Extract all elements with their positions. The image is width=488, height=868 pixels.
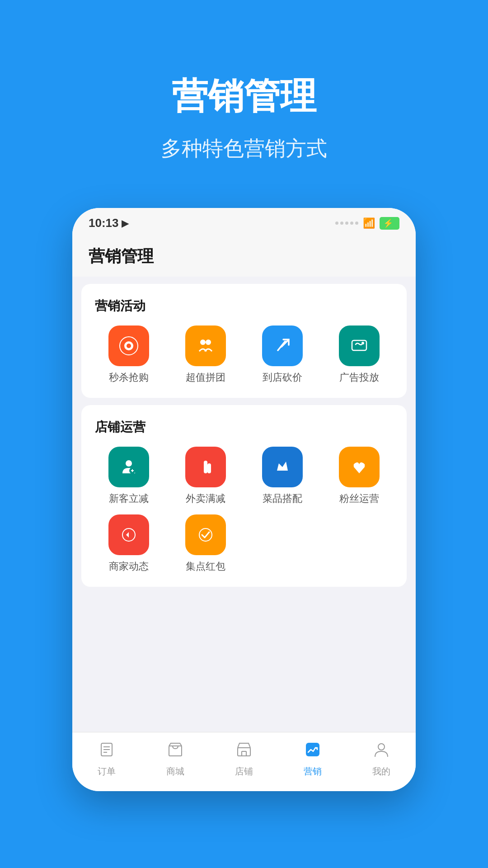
mall-icon	[167, 741, 183, 762]
phone-mockup: 10:13 ▶ 📶 ⚡ 营销管理 营销活动	[72, 208, 416, 791]
fan-operations-label: 粉丝运营	[339, 492, 379, 505]
merchant-dynamics-label: 商家动态	[109, 560, 149, 573]
dish-combo-label: 菜品搭配	[263, 492, 302, 505]
flash-sale-icon	[108, 326, 149, 366]
svg-point-3	[200, 340, 206, 345]
page-title: 营销管理	[89, 245, 399, 268]
status-time: 10:13 ▶	[89, 216, 128, 230]
new-customer-discount-item[interactable]: 新客立减	[95, 447, 163, 505]
in-store-price-item[interactable]: 到店砍价	[249, 326, 316, 384]
empty-slot-1	[249, 514, 316, 573]
stamp-red-packet-icon	[185, 514, 226, 555]
nav-marketing[interactable]: 营销	[278, 741, 347, 778]
dish-combo-icon	[262, 447, 303, 487]
group-buy-icon	[185, 326, 226, 366]
delivery-discount-icon	[185, 447, 226, 487]
merchant-dynamics-item[interactable]: 商家动态	[95, 514, 163, 573]
svg-point-23	[378, 744, 385, 750]
svg-point-6	[361, 342, 364, 344]
wifi-icon: 📶	[363, 217, 375, 229]
delivery-discount-label: 外卖满减	[186, 492, 225, 505]
svg-point-4	[206, 340, 211, 345]
mall-label: 商城	[166, 765, 184, 778]
delivery-discount-item[interactable]: 外卖满减	[172, 447, 239, 505]
svg-rect-5	[352, 340, 366, 350]
advertising-label: 广告投放	[339, 371, 379, 384]
svg-point-14	[199, 528, 212, 541]
nav-profile[interactable]: 我的	[347, 741, 416, 778]
in-store-price-label: 到店砍价	[263, 371, 302, 384]
flash-sale-label: 秒杀抢购	[109, 371, 149, 384]
store-operations-title: 店铺运营	[90, 419, 398, 436]
store-icon	[236, 741, 252, 762]
svg-point-7	[126, 460, 132, 467]
orders-label: 订单	[98, 765, 116, 778]
battery-icon: ⚡	[380, 217, 399, 230]
store-label: 店铺	[235, 765, 253, 778]
flash-sale-item[interactable]: 秒杀抢购	[95, 326, 163, 384]
new-customer-icon	[108, 447, 149, 487]
header-title: 营销管理	[18, 72, 470, 121]
location-arrow-icon: ▶	[122, 218, 128, 229]
store-ops-row1: 新客立减 外卖满减	[90, 447, 398, 505]
marketing-activities-title: 营销活动	[90, 297, 398, 315]
page-title-bar: 营销管理	[72, 235, 416, 277]
new-customer-label: 新客立减	[109, 492, 149, 505]
app-content: 营销管理 营销活动 秒杀抢购	[72, 235, 416, 732]
stamp-red-packet-item[interactable]: 集点红包	[172, 514, 239, 573]
header-subtitle: 多种特色营销方式	[18, 135, 470, 163]
status-bar: 10:13 ▶ 📶 ⚡	[72, 208, 416, 235]
svg-point-2	[127, 344, 131, 348]
signal-icon	[335, 222, 358, 225]
empty-slot-2	[325, 514, 393, 573]
marketing-icon	[305, 741, 321, 762]
advertising-item[interactable]: 广告投放	[325, 326, 393, 384]
marketing-label: 营销	[304, 765, 322, 778]
nav-store[interactable]: 店铺	[210, 741, 278, 778]
store-operations-card: 店铺运营 新客立减	[81, 405, 407, 587]
group-buy-item[interactable]: 超值拼团	[172, 326, 239, 384]
profile-icon	[373, 741, 389, 762]
group-buy-label: 超值拼团	[186, 371, 225, 384]
stamp-red-packet-label: 集点红包	[186, 560, 225, 573]
svg-rect-11	[204, 461, 207, 473]
status-icons: 📶 ⚡	[335, 217, 399, 230]
fan-operations-item[interactable]: 粉丝运营	[325, 447, 393, 505]
header-section: 营销管理 多种特色营销方式	[0, 0, 488, 199]
fan-operations-icon	[339, 447, 380, 487]
store-ops-row2: 商家动态 集点红包	[90, 514, 398, 573]
bottom-nav: 订单 商城 店铺	[72, 732, 416, 791]
advertising-icon	[339, 326, 380, 366]
dish-combo-item[interactable]: 菜品搭配	[249, 447, 316, 505]
orders-icon	[99, 741, 115, 762]
svg-rect-21	[242, 751, 246, 756]
merchant-dynamics-icon	[108, 514, 149, 555]
svg-rect-12	[207, 463, 211, 473]
marketing-activities-grid: 秒杀抢购 超值拼团	[90, 326, 398, 384]
nav-orders[interactable]: 订单	[72, 741, 141, 778]
nav-mall[interactable]: 商城	[141, 741, 210, 778]
svg-rect-19	[169, 746, 182, 756]
profile-label: 我的	[372, 765, 390, 778]
marketing-activities-card: 营销活动 秒杀抢购	[81, 284, 407, 398]
in-store-price-icon	[262, 326, 303, 366]
